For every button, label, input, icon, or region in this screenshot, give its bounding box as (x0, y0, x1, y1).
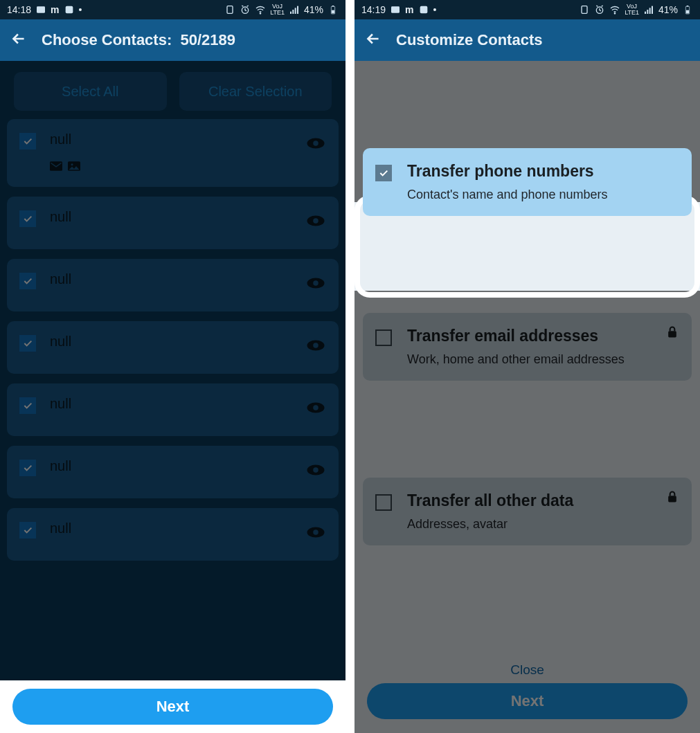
option-subtitle: Contact's name and phone numbers (407, 188, 679, 202)
contact-card[interactable]: null (7, 321, 339, 374)
contact-card[interactable]: null (7, 259, 339, 311)
next-button[interactable]: Next (12, 689, 333, 725)
main-body: Select All Clear Selection nullnullnulln… (0, 61, 345, 680)
back-icon[interactable] (364, 30, 382, 51)
checkbox[interactable] (19, 210, 36, 227)
svg-rect-35 (647, 10, 648, 14)
battery-icon (327, 4, 339, 15)
alarm-icon (594, 4, 605, 15)
svg-point-26 (313, 467, 318, 473)
svg-rect-10 (332, 6, 334, 6)
contact-name: null (50, 396, 71, 411)
svg-rect-8 (297, 6, 298, 14)
checkbox[interactable] (19, 133, 36, 150)
bottom-bar: Next (0, 680, 345, 733)
m-indicator: m (405, 4, 413, 15)
app-bar: Choose Contacts: 50/2189 (0, 19, 345, 61)
contact-card[interactable]: null (7, 119, 339, 187)
battery-text: 41% (658, 4, 678, 15)
battery-icon (682, 4, 693, 15)
svg-rect-31 (582, 6, 587, 14)
checkbox[interactable] (375, 329, 392, 346)
app-badge-icon (64, 4, 75, 15)
back-icon[interactable] (10, 30, 28, 51)
signal-icon (289, 4, 300, 15)
svg-rect-42 (668, 496, 676, 502)
eye-icon[interactable] (305, 335, 326, 349)
contact-name: null (50, 521, 71, 536)
m-indicator: m (51, 4, 59, 15)
contact-card[interactable]: null (7, 383, 339, 436)
eye-icon[interactable] (305, 210, 326, 224)
eye-icon[interactable] (305, 522, 326, 536)
svg-rect-0 (37, 6, 45, 12)
image-icon (35, 4, 46, 15)
svg-point-16 (313, 141, 318, 146)
option-title: Transfer all other data (407, 491, 679, 510)
contact-card[interactable]: null (7, 508, 339, 561)
page-title: Choose Contacts: 50/2189 (42, 31, 235, 49)
lte-indicator: VoJLTE1 (270, 3, 285, 16)
alarm-icon (240, 4, 251, 15)
option-card[interactable]: Transfer phone numbersContact's name and… (363, 148, 692, 216)
checkbox[interactable] (19, 273, 36, 289)
lock-icon (665, 325, 679, 342)
svg-rect-40 (686, 10, 689, 14)
checkbox[interactable] (19, 335, 36, 352)
svg-rect-37 (652, 6, 653, 14)
contact-card[interactable]: null (7, 446, 339, 498)
image-icon (390, 4, 401, 15)
svg-rect-7 (295, 8, 296, 14)
option-card[interactable]: Transfer email addressesWork, home and o… (363, 313, 692, 381)
checkbox[interactable] (375, 165, 392, 181)
eye-icon[interactable] (305, 133, 326, 147)
svg-point-24 (313, 405, 318, 410)
wifi-icon (609, 4, 620, 15)
svg-rect-36 (649, 8, 651, 14)
eye-icon[interactable] (305, 397, 326, 411)
svg-point-18 (313, 218, 318, 224)
svg-rect-1 (65, 6, 73, 14)
svg-rect-39 (687, 6, 689, 6)
close-button[interactable]: Close (510, 662, 544, 678)
bottom-bar: Close Next (355, 658, 700, 733)
contact-name: null (50, 132, 71, 147)
status-time: 14:19 (361, 4, 386, 15)
lte-indicator: VoJLTE1 (625, 3, 639, 16)
checkbox[interactable] (19, 397, 36, 414)
signal-icon (643, 4, 654, 15)
contact-name: null (50, 458, 71, 473)
svg-point-33 (614, 13, 615, 14)
option-card[interactable]: Transfer all other dataAddresses, avatar (363, 478, 692, 545)
lock-icon (665, 490, 679, 507)
notif-icon (579, 4, 590, 15)
clear-selection-button[interactable]: Clear Selection (179, 72, 332, 111)
left-phone: 14:18 m • VoJLTE1 41% Choose Contacts: 5… (0, 0, 345, 733)
contact-name: null (50, 334, 71, 349)
checkbox[interactable] (19, 522, 36, 539)
eye-icon[interactable] (305, 273, 326, 287)
page-title: Customize Contacts (396, 31, 542, 49)
svg-rect-41 (668, 331, 676, 337)
svg-rect-30 (420, 6, 427, 14)
svg-point-28 (313, 530, 318, 535)
svg-rect-2 (227, 6, 233, 14)
svg-point-20 (313, 280, 318, 286)
contact-name: null (50, 271, 71, 287)
checkbox[interactable] (19, 460, 36, 476)
select-all-button[interactable]: Select All (14, 72, 167, 111)
main-body: Transfer phone numbersContact's name and… (355, 61, 700, 733)
status-bar: 14:18 m • VoJLTE1 41% (0, 0, 345, 19)
svg-point-4 (260, 13, 260, 14)
dot-indicator: • (433, 4, 437, 15)
contact-card[interactable]: null (7, 197, 339, 249)
eye-icon[interactable] (305, 460, 326, 473)
notif-icon (224, 4, 235, 15)
option-title: Transfer email addresses (407, 327, 679, 345)
status-time: 14:18 (7, 4, 31, 15)
next-button[interactable]: Next (367, 683, 688, 719)
battery-text: 41% (304, 4, 323, 15)
svg-rect-5 (290, 12, 291, 14)
checkbox[interactable] (375, 494, 392, 511)
svg-rect-6 (292, 10, 294, 14)
